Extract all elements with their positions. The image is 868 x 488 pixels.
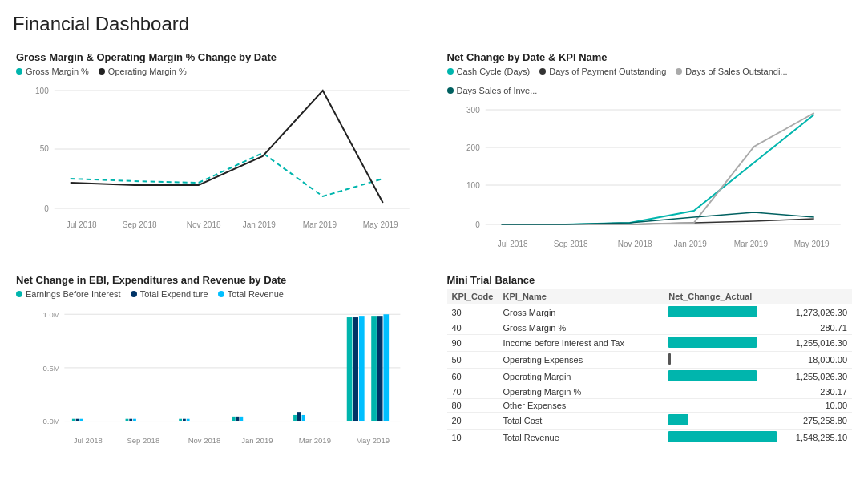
legend-operating-margin: Operating Margin % xyxy=(99,67,187,76)
days-sales-inv-label: Days Sales of Inve... xyxy=(457,86,538,95)
ebi-title: Net Change in EBI, Expenditures and Reve… xyxy=(16,274,422,286)
svg-rect-52 xyxy=(359,316,365,421)
svg-rect-43 xyxy=(187,419,190,421)
svg-text:200: 200 xyxy=(466,143,480,152)
ebi-legend: Earnings Before Interest Total Expenditu… xyxy=(16,289,422,299)
svg-rect-39 xyxy=(129,419,132,421)
cell-kpi-name: Gross Margin % xyxy=(498,321,664,335)
svg-text:0: 0 xyxy=(44,204,49,213)
cell-value: 230.17 xyxy=(781,385,852,399)
operating-margin-legend-label: Operating Margin % xyxy=(108,67,187,76)
cell-bar xyxy=(664,352,781,369)
svg-text:Jan 2019: Jan 2019 xyxy=(243,220,277,229)
table-header-row: KPI_Code KPI_Name Net_Change_Actual xyxy=(447,289,853,304)
svg-text:Jan 2019: Jan 2019 xyxy=(241,436,273,445)
gross-margin-legend: Gross Margin % Operating Margin % xyxy=(16,67,422,76)
legend-sales-outstanding: Days of Sales Outstandi... xyxy=(676,67,787,76)
table-row: 50Operating Expenses18,000.00 xyxy=(447,352,853,369)
col-kpi-name: KPI_Name xyxy=(498,289,664,304)
svg-rect-41 xyxy=(179,419,182,421)
trial-balance-table: KPI_Code KPI_Name Net_Change_Actual 30Gr… xyxy=(447,289,853,446)
cell-bar xyxy=(664,304,781,321)
svg-text:Nov 2018: Nov 2018 xyxy=(188,436,221,445)
cell-value: 275,258.80 xyxy=(781,413,852,430)
legend-gross-margin: Gross Margin % xyxy=(16,67,89,76)
cell-bar xyxy=(664,369,781,385)
bar-fill xyxy=(668,414,688,425)
svg-text:Sep 2018: Sep 2018 xyxy=(127,436,159,445)
svg-text:Nov 2018: Nov 2018 xyxy=(617,240,652,248)
svg-rect-53 xyxy=(371,316,377,421)
cell-kpi-code: 50 xyxy=(447,352,499,369)
cell-value: 280.71 xyxy=(781,321,852,335)
svg-rect-46 xyxy=(240,417,243,421)
bar-fill xyxy=(668,431,777,442)
cell-value: 1,273,026.30 xyxy=(781,304,852,321)
cash-cycle-label: Cash Cycle (Days) xyxy=(457,67,531,76)
cell-kpi-name: Operating Margin xyxy=(498,369,664,385)
gross-margin-legend-label: Gross Margin % xyxy=(26,67,89,76)
svg-text:Jul 2018: Jul 2018 xyxy=(497,240,527,248)
table-row: 90Income before Interest and Tax1,255,01… xyxy=(447,335,853,352)
svg-text:Sep 2018: Sep 2018 xyxy=(123,220,157,229)
cell-value: 18,000.00 xyxy=(781,352,852,369)
bar-fill xyxy=(668,353,671,365)
cell-value: 10.00 xyxy=(781,399,852,413)
col-net-change: Net_Change_Actual xyxy=(664,289,852,304)
svg-rect-45 xyxy=(236,417,240,421)
svg-text:Mar 2019: Mar 2019 xyxy=(303,220,337,229)
svg-rect-38 xyxy=(126,419,129,421)
gross-margin-title: Gross Margin & Operating Margin % Change… xyxy=(16,51,422,63)
svg-rect-49 xyxy=(302,415,305,421)
svg-text:0.5M: 0.5M xyxy=(42,364,59,373)
svg-rect-54 xyxy=(377,316,383,421)
cell-kpi-code: 70 xyxy=(447,385,499,399)
net-change-kpi-title: Net Change by Date & KPI Name xyxy=(447,51,853,63)
svg-text:Jul 2018: Jul 2018 xyxy=(67,220,97,229)
table-row: 10Total Revenue1,548,285.10 xyxy=(447,430,853,446)
cell-kpi-code: 80 xyxy=(447,399,499,413)
cell-kpi-name: Income before Interest and Tax xyxy=(498,335,664,352)
cell-bar xyxy=(664,413,781,430)
payment-days-dot xyxy=(539,68,546,75)
cell-bar xyxy=(664,385,781,399)
cell-kpi-code: 60 xyxy=(447,369,499,385)
legend-cash-cycle: Cash Cycle (Days) xyxy=(447,67,531,76)
cell-bar xyxy=(664,399,781,413)
cell-kpi-code: 40 xyxy=(447,321,499,335)
svg-text:May 2019: May 2019 xyxy=(793,240,829,248)
net-change-kpi-panel: Net Change by Date & KPI Name Cash Cycle… xyxy=(444,48,856,264)
svg-text:100: 100 xyxy=(35,87,49,95)
table-row: 70Operating Margin %230.17 xyxy=(447,385,853,399)
svg-text:Jul 2018: Jul 2018 xyxy=(74,436,103,445)
table-row: 20Total Cost275,258.80 xyxy=(447,413,853,430)
svg-text:50: 50 xyxy=(40,144,50,153)
svg-rect-44 xyxy=(232,417,236,421)
cell-bar xyxy=(664,321,781,335)
gross-margin-panel: Gross Margin & Operating Margin % Change… xyxy=(13,48,425,264)
gross-margin-svg: 100 50 0 Jul 2018 Sep 2018 Nov 2018 Jan … xyxy=(16,79,422,240)
bar-fill xyxy=(668,370,756,381)
payment-days-label: Days of Payment Outstanding xyxy=(549,67,666,76)
svg-text:Jan 2019: Jan 2019 xyxy=(673,240,707,248)
ebi-chart-area: 1.0M 0.5M 0.0M Jul 2018 Sep 2018 Nov 201… xyxy=(16,302,422,465)
gross-margin-line xyxy=(71,153,383,196)
bar-exp-jul xyxy=(76,419,79,421)
ebi-panel: Net Change in EBI, Expenditures and Reve… xyxy=(13,271,425,468)
cell-kpi-code: 30 xyxy=(447,304,499,321)
ebi-label: Earnings Before Interest xyxy=(26,289,121,299)
cell-bar xyxy=(664,335,781,352)
table-row: 60Operating Margin1,255,026.30 xyxy=(447,369,853,385)
bar-fill xyxy=(668,337,756,348)
svg-rect-42 xyxy=(183,419,186,421)
operating-margin-line xyxy=(71,91,383,203)
svg-text:May 2019: May 2019 xyxy=(363,220,398,229)
cell-value: 1,548,285.10 xyxy=(781,430,852,446)
gross-margin-chart-area: 100 50 0 Jul 2018 Sep 2018 Nov 2018 Jan … xyxy=(16,79,422,242)
svg-text:Sep 2018: Sep 2018 xyxy=(553,240,587,248)
ebi-svg: 1.0M 0.5M 0.0M Jul 2018 Sep 2018 Nov 201… xyxy=(16,302,422,462)
mini-trial-balance-title: Mini Trial Balance xyxy=(447,274,853,286)
operating-margin-dot xyxy=(99,68,105,75)
cell-value: 1,255,026.30 xyxy=(781,369,852,385)
net-change-kpi-chart-area: 300 200 100 0 Jul 2018 Sep 2018 Nov 2018… xyxy=(447,99,853,261)
